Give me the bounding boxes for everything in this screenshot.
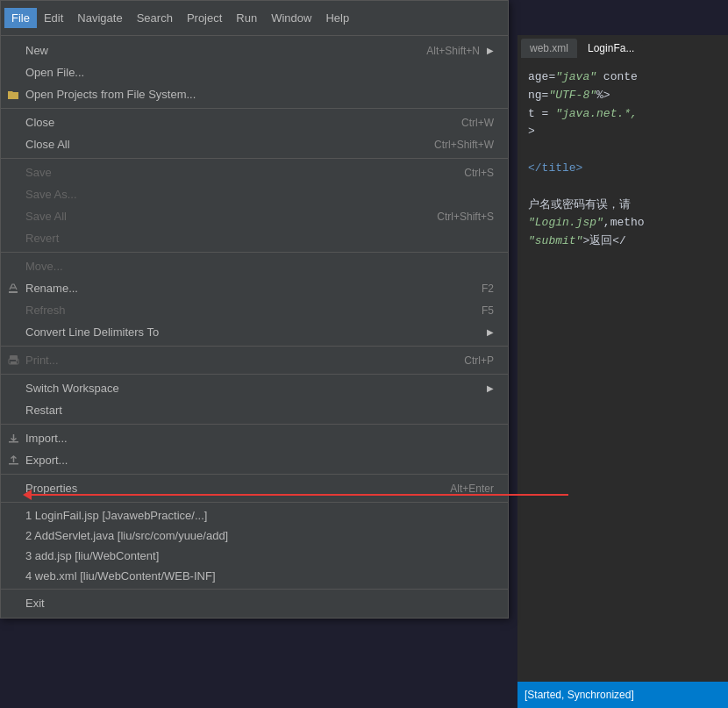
- menu-label-rename: Rename...: [25, 282, 446, 295]
- menu-label-revert: Revert: [25, 232, 494, 245]
- menu-item-import[interactable]: Import...: [1, 427, 508, 449]
- menu-item-properties[interactable]: Properties Alt+Enter: [1, 477, 508, 499]
- menu-label-refresh: Refresh: [25, 304, 446, 317]
- recent-file-4[interactable]: 4 web.xml [liu/WebContent/WEB-INF]: [1, 566, 508, 586]
- code-line-9: "Login.jsp",metho: [528, 214, 717, 232]
- menu-item-refresh: Refresh F5: [1, 299, 508, 321]
- recent-file-1[interactable]: 1 LoginFail.jsp [JavawebPractice/...]: [1, 505, 508, 526]
- tabs-bar: web.xml LoginFa...: [517, 35, 728, 61]
- separator-1: [1, 108, 508, 109]
- menu-label-switch-workspace: Switch Workspace: [25, 382, 480, 395]
- menu-label-open-projects: Open Projects from File System...: [25, 88, 494, 101]
- menu-arrow-convert: ▶: [487, 327, 494, 337]
- export-icon: [4, 454, 22, 466]
- menu-item-close-all[interactable]: Close All Ctrl+Shift+W: [1, 133, 508, 155]
- folder-icon: [4, 89, 22, 100]
- menu-label-properties: Properties: [25, 482, 415, 495]
- menu-item-close[interactable]: Close Ctrl+W: [1, 111, 508, 133]
- menu-item-export[interactable]: Export...: [1, 449, 508, 471]
- separator-8: [1, 502, 508, 503]
- svg-rect-6: [9, 441, 18, 443]
- run-menu-header[interactable]: Run: [229, 8, 264, 28]
- menu-label-close-all: Close All: [25, 138, 399, 151]
- svg-rect-7: [9, 463, 18, 465]
- recent-file-2[interactable]: 2 AddServlet.java [liu/src/com/yuue/add]: [1, 526, 508, 546]
- separator-2: [1, 158, 508, 159]
- menu-item-move: Move...: [1, 255, 508, 277]
- menu-item-open-file[interactable]: Open File...: [1, 61, 508, 83]
- import-icon: [4, 433, 22, 444]
- menu-item-print: Print... Ctrl+P: [1, 349, 508, 371]
- menu-label-exit: Exit: [25, 597, 494, 610]
- menu-shortcut-save: Ctrl+S: [464, 167, 494, 179]
- menu-label-save-all: Save All: [25, 210, 402, 223]
- menu-arrow-switch-workspace: ▶: [487, 383, 494, 393]
- menu-item-save-all: Save All Ctrl+Shift+S: [1, 205, 508, 227]
- tab-web-xml[interactable]: web.xml: [521, 39, 577, 58]
- code-line-3: t = "java.net.*,: [528, 105, 717, 124]
- recent-file-3[interactable]: 3 add.jsp [liu/WebContent]: [1, 546, 508, 566]
- menu-label-open-file: Open File...: [25, 66, 494, 79]
- window-menu-header[interactable]: Window: [264, 8, 318, 28]
- separator-6: [1, 424, 508, 425]
- recent-file-label-3: 3 add.jsp [liu/WebContent]: [25, 549, 159, 562]
- recent-file-label-2: 2 AddServlet.java [liu/src/com/yuue/add]: [25, 529, 228, 542]
- project-menu-header[interactable]: Project: [180, 8, 229, 28]
- recent-file-label-1: 1 LoginFail.jsp [JavawebPractice/...]: [25, 509, 207, 522]
- menu-item-exit[interactable]: Exit: [1, 592, 508, 614]
- menu-shortcut-refresh: F5: [482, 304, 494, 317]
- status-bar: [Started, Synchronized]: [517, 682, 728, 708]
- menu-label-close: Close: [25, 116, 426, 129]
- editor-area: age="java" conte ng="UTF-8"%> t = "java.…: [517, 61, 728, 682]
- separator-9: [1, 589, 508, 590]
- menu-label-import: Import...: [25, 432, 494, 445]
- menu-label-new: New: [25, 44, 391, 57]
- tab-label: LoginFa...: [588, 42, 634, 54]
- menu-item-save-as: Save As...: [1, 183, 508, 205]
- rename-icon: [4, 283, 22, 294]
- menu-item-revert: Revert: [1, 227, 508, 249]
- code-line-5: [528, 141, 717, 160]
- file-dropdown: File Edit Navigate Search Project Run Wi…: [0, 0, 509, 619]
- menu-label-move: Move...: [25, 260, 494, 273]
- menu-header: File Edit Navigate Search Project Run Wi…: [1, 1, 508, 36]
- separator-7: [1, 474, 508, 475]
- code-line-2: ng="UTF-8"%>: [528, 87, 717, 105]
- navigate-menu-header[interactable]: Navigate: [70, 8, 129, 28]
- menu-item-restart[interactable]: Restart: [1, 399, 508, 421]
- menu-label-export: Export...: [25, 454, 494, 467]
- menu-item-open-projects[interactable]: Open Projects from File System...: [1, 83, 508, 105]
- print-icon: [4, 354, 22, 366]
- svg-rect-0: [9, 291, 18, 293]
- separator-5: [1, 374, 508, 375]
- edit-menu-header[interactable]: Edit: [37, 8, 70, 28]
- menu-label-print: Print...: [25, 354, 429, 367]
- menu-item-new[interactable]: New Alt+Shift+N ▶: [1, 39, 508, 61]
- svg-rect-4: [11, 361, 17, 364]
- separator-3: [1, 252, 508, 253]
- menu-shortcut-print: Ctrl+P: [464, 354, 494, 367]
- recent-file-label-4: 4 web.xml [liu/WebContent/WEB-INF]: [25, 569, 216, 583]
- menu-items: New Alt+Shift+N ▶ Open File... Open Proj…: [1, 36, 508, 618]
- menu-shortcut-properties: Alt+Enter: [450, 483, 494, 495]
- menu-label-restart: Restart: [25, 404, 494, 417]
- menu-item-convert[interactable]: Convert Line Delimiters To ▶: [1, 321, 508, 343]
- help-menu-header[interactable]: Help: [318, 8, 356, 28]
- search-menu-header[interactable]: Search: [130, 8, 180, 28]
- code-line-10: "submit">返回</: [528, 232, 717, 251]
- menu-label-convert: Convert Line Delimiters To: [25, 325, 480, 339]
- menu-item-rename[interactable]: Rename... F2: [1, 277, 508, 299]
- tab-label: web.xml: [530, 42, 568, 54]
- tab-login-fail[interactable]: LoginFa...: [579, 39, 643, 58]
- status-text: [Started, Synchronized]: [525, 689, 634, 701]
- menu-item-switch-workspace[interactable]: Switch Workspace ▶: [1, 377, 508, 399]
- menu-label-save-as: Save As...: [25, 188, 494, 201]
- code-line-1: age="java" conte: [528, 68, 717, 87]
- file-menu-header[interactable]: File: [4, 8, 37, 28]
- menu-shortcut-rename: F2: [482, 282, 494, 295]
- menu-arrow-new: ▶: [487, 46, 494, 55]
- menu-shortcut-save-all: Ctrl+Shift+S: [437, 211, 494, 223]
- menu-item-save: Save Ctrl+S: [1, 161, 508, 183]
- code-line-6: </title>: [528, 160, 717, 178]
- menu-label-save: Save: [25, 166, 429, 179]
